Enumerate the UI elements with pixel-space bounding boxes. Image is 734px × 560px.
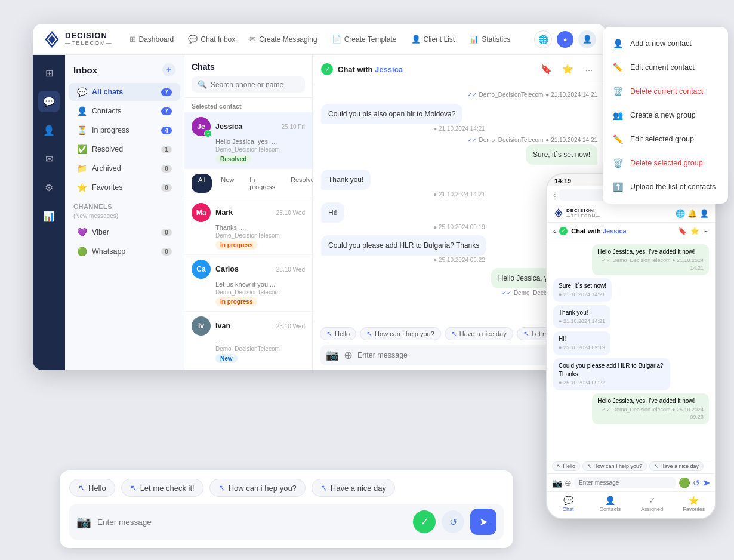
client-icon: 👤 [411, 35, 421, 44]
avatar-carlos: Ca [192, 260, 211, 279]
mobile-qr-nice[interactable]: ↖ Have a nice day [649, 461, 704, 471]
mobile-wa-icon: ✓ [559, 227, 568, 235]
emoji-icon[interactable]: 📷 [326, 349, 339, 362]
sidebar-item-in-progress[interactable]: ⏳ In progress 4 [69, 121, 180, 139]
sidebar-item-whatsapp[interactable]: 🟢 Whatsapp 0 [69, 242, 180, 260]
nav-statistics[interactable]: 📊 Statistics [464, 32, 515, 47]
bottom-qr-check[interactable]: ↖ Let me check it! [121, 479, 203, 497]
nav-create-messaging[interactable]: ✉ Create Messaging [245, 32, 322, 47]
mobile-qr-help[interactable]: ↖ How can I help you? [582, 461, 647, 471]
side-icon-chat[interactable]: 💬 [38, 91, 60, 112]
nav-create-template[interactable]: 📄 Create Template [327, 32, 402, 47]
filter-in-progress[interactable]: In progress [243, 174, 282, 193]
contact-carlos[interactable]: Ca Carlos 23.10 Wed Let us know if you .… [184, 255, 312, 312]
mobile-refresh-icon[interactable]: ↺ [693, 478, 700, 488]
sidebar-item-favorites[interactable]: ⭐ Favorites 0 [69, 179, 180, 196]
chat-list-title: Chats [192, 62, 305, 72]
bookmark-btn[interactable]: 🔖 [538, 61, 554, 78]
dropdown-create-group[interactable]: 👥 Create a new group [603, 103, 728, 127]
search-icon: 🔍 [198, 80, 207, 89]
mobile-nav-assigned[interactable]: ✓ Assigned [631, 496, 673, 512]
mobile-message-input[interactable] [574, 477, 676, 488]
mobile-attach-icon[interactable]: ⊕ [565, 478, 572, 488]
filter-all[interactable]: All [192, 174, 212, 193]
mobile-msg-1: Hello Jessica, yes, I've added it now! ✓… [592, 244, 709, 275]
mobile-send-btn[interactable]: ➤ [702, 477, 710, 488]
chat-list-header: Chats 🔍 [184, 55, 312, 98]
side-icon-template[interactable]: ✉ [38, 148, 60, 170]
filter-new[interactable]: New [214, 174, 240, 193]
bottom-send-btn[interactable]: ➤ [470, 509, 496, 535]
mobile-bookmark-btn[interactable]: 🔖 [678, 227, 687, 235]
mobile-logo: DECISION —TELECOM— [553, 208, 600, 219]
attach-icon[interactable]: ⊕ [344, 349, 353, 362]
logo-text: DECISION —TELECOM— [65, 32, 113, 46]
contact-jessica[interactable]: Je ✓ Jessica 25.10 Fri Hello Jessica, ye… [184, 112, 312, 169]
sidebar-item-resolved[interactable]: ✅ Resolved 1 [69, 140, 180, 158]
bottom-qr-nice-day[interactable]: ↖ Have a nice day [312, 479, 395, 497]
wa-header-icon: ✓ [321, 63, 333, 75]
user-avatar[interactable]: 👤 [578, 30, 596, 48]
bottom-camera-icon[interactable]: 📷 [76, 515, 91, 529]
side-icon-stats[interactable]: 📊 [38, 205, 60, 227]
dropdown-edit-contact[interactable]: ✏️ Edit current contact [603, 56, 728, 79]
side-icon-home[interactable]: ⊞ [38, 62, 60, 84]
contact-ivan[interactable]: Iv Ivan 23.10 Wed ... Demo_DecisionTelec… [184, 312, 312, 368]
msg-meta-moldova: ● 21.10.2024 14:21 [321, 125, 597, 132]
more-btn[interactable]: ··· [581, 61, 597, 78]
bottom-message-input[interactable] [97, 518, 407, 527]
side-icon-settings[interactable]: ⚙ [38, 177, 60, 198]
mobile-more-btn[interactable]: ··· [703, 227, 709, 235]
mobile-chat-nav-icon: 💬 [563, 496, 573, 505]
qr-nice-day[interactable]: ↖ Have a nice day [445, 327, 513, 340]
contact-name-carlos: Carlos [215, 265, 272, 273]
mobile-star-btn[interactable]: ⭐ [690, 227, 699, 235]
globe-btn[interactable]: 🌐 [534, 30, 552, 48]
sidebar-item-contacts[interactable]: 👤 Contacts 7 [69, 102, 180, 120]
back-icon[interactable]: ‹ [553, 190, 556, 199]
dropdown-delete-group[interactable]: 🗑️ Delete selected group [603, 151, 728, 175]
contact-msg-ivan: ... [192, 337, 305, 344]
dropdown-add-contact[interactable]: 👤 Add a new contact [603, 32, 728, 56]
nav-chat-inbox[interactable]: 💬 Chat Inbox [183, 32, 240, 47]
template-icon: 📄 [332, 35, 341, 44]
notification-avatar[interactable]: ● [557, 31, 573, 48]
mobile-qr-hello[interactable]: ↖ Hello [552, 461, 580, 471]
mobile-notif-btn[interactable]: 🔔 [687, 209, 697, 218]
mobile-user-btn[interactable]: 👤 [699, 209, 709, 218]
svg-marker-1 [48, 35, 55, 44]
contact-mark[interactable]: Ma Mark 23.10 Wed Thanks! ... Demo_Decis… [184, 198, 312, 255]
star-btn[interactable]: ⭐ [559, 61, 576, 78]
nav-dashboard[interactable]: ⊞ Dashboard [125, 32, 179, 47]
mobile-nav-chat[interactable]: 💬 Chat [547, 496, 589, 512]
qr-hello[interactable]: ↖ Hello [320, 327, 356, 340]
contact-from-carlos: Demo_DecisionTelecom [192, 289, 305, 296]
avatar-ivan: Iv [192, 316, 211, 336]
bottom-qr-help[interactable]: ↖ How can i hep you? [209, 479, 306, 497]
qr-help[interactable]: ↖ How can I help you? [360, 327, 441, 340]
sidebar-item-archived[interactable]: 📁 Archived 0 [69, 159, 180, 177]
bottom-refresh-btn[interactable]: ↺ [442, 510, 464, 533]
mobile-back-btn[interactable]: ‹ [553, 226, 556, 235]
sidebar-item-all-chats[interactable]: 💬 All chats 7 [69, 83, 180, 101]
mobile-time: 14:19 [554, 177, 571, 184]
contact-msg-jessica: Hello Jessica, yes, ... [192, 138, 305, 145]
nav-client-list[interactable]: 👤 Client List [406, 32, 460, 47]
bottom-wa-btn[interactable]: ✓ [413, 510, 436, 533]
contact-date-carlos: 23.10 Wed [276, 266, 305, 273]
mobile-wa-send-icon[interactable]: 🟢 [679, 477, 690, 488]
channels-label: Channels [65, 197, 184, 213]
mobile-assigned-nav-icon: ✓ [649, 496, 656, 505]
dropdown-edit-group[interactable]: ✏️ Edit selected group [603, 127, 728, 151]
mobile-nav-favorites[interactable]: ⭐ Favorites [673, 496, 715, 512]
dropdown-delete-contact[interactable]: 🗑️ Delete current contact [603, 79, 728, 103]
search-input[interactable] [211, 81, 299, 89]
mobile-nav-contacts[interactable]: 👤 Contacts [589, 496, 631, 512]
add-contact-icon[interactable]: + [162, 63, 175, 76]
bottom-qr-hello[interactable]: ↖ Hello [69, 479, 115, 497]
mobile-globe-btn[interactable]: 🌐 [676, 209, 685, 218]
side-icon-contacts[interactable]: 👤 [38, 119, 60, 141]
sidebar-item-viber[interactable]: 💜 Viber 0 [69, 223, 180, 241]
dropdown-upload-contacts[interactable]: ⬆️ Upload the list of contacts [603, 175, 728, 199]
mobile-emoji-icon[interactable]: 📷 [552, 478, 562, 488]
